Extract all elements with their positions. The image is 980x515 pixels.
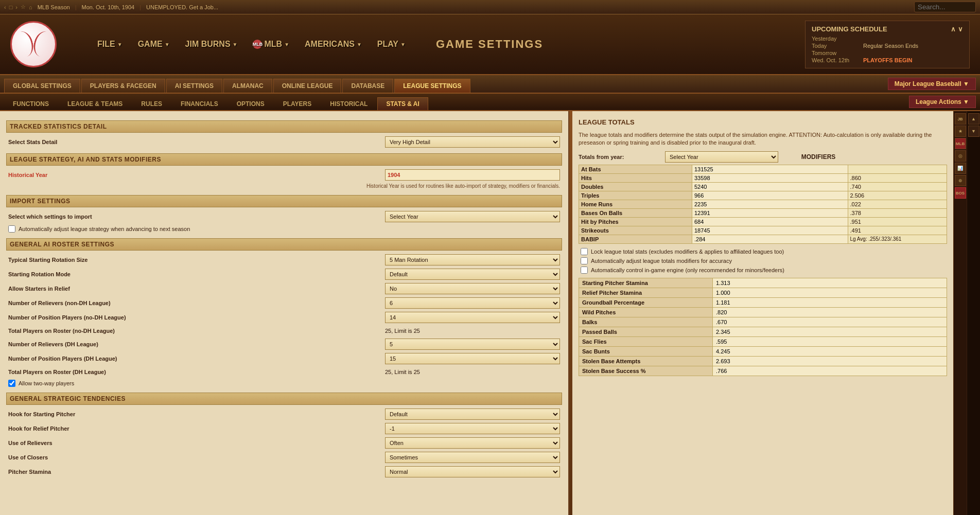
tab-functions[interactable]: FUNCTIONS bbox=[4, 97, 58, 110]
stat-value-at-bats[interactable] bbox=[692, 165, 848, 173]
auto-control-checkbox[interactable] bbox=[581, 267, 588, 274]
stamina-value-wp[interactable] bbox=[713, 307, 947, 317]
total-players-dh-value: 25, Limit is 25 bbox=[385, 369, 560, 375]
major-league-baseball-button[interactable]: Major League Baseball ▼ bbox=[888, 78, 976, 90]
page-title: GAME SETTINGS bbox=[436, 38, 805, 51]
nav-fwd-icon[interactable]: › bbox=[15, 4, 18, 10]
stat-value-hbp[interactable] bbox=[692, 217, 848, 226]
schedule-day-yesterday: Yesterday bbox=[812, 35, 858, 42]
tab-options[interactable]: OPTIONS bbox=[228, 97, 273, 110]
stat-value-bb[interactable] bbox=[692, 208, 848, 217]
sidebar-icon-mlb[interactable]: MLB bbox=[955, 138, 966, 149]
main-content: TRACKED STATISTICS DETAIL Select Stats D… bbox=[0, 111, 980, 515]
total-players-nondh-value: 25, Limit is 25 bbox=[385, 328, 560, 334]
two-way-checkbox[interactable] bbox=[8, 380, 15, 387]
starters-relief-select[interactable]: No Yes bbox=[385, 283, 560, 294]
sidebar-icon-bos[interactable]: BOS bbox=[955, 187, 966, 199]
tab-rules[interactable]: RULES bbox=[132, 97, 171, 110]
tab-global-settings[interactable]: GLOBAL SETTINGS bbox=[4, 79, 80, 93]
league-actions-button[interactable]: League Actions ▼ bbox=[909, 96, 976, 108]
tab-online-league[interactable]: ONLINE LEAGUE bbox=[273, 79, 342, 93]
search-input[interactable] bbox=[914, 2, 976, 12]
stamina-value-gb[interactable] bbox=[713, 297, 947, 307]
rotation-size-select[interactable]: 5 Man Rotation 4 Man Rotation bbox=[385, 254, 560, 265]
right-panel: LEAGUE TOTALS The league totals and modi… bbox=[572, 111, 953, 515]
stamina-value-sb[interactable] bbox=[713, 346, 947, 356]
auto-adjust-totals-checkbox[interactable] bbox=[581, 257, 588, 264]
table-row: Stolen Base Success % bbox=[579, 366, 947, 376]
stat-modifier-bb: .378 bbox=[848, 208, 947, 217]
tab-players-facegen[interactable]: PLAYERS & FACEGEN bbox=[81, 79, 165, 93]
import-settings-select[interactable]: Select Year bbox=[385, 211, 560, 222]
game-menu[interactable]: GAME ▼ bbox=[138, 40, 170, 49]
sidebar-icon-jb[interactable]: JB bbox=[955, 113, 966, 125]
totals-year-select[interactable]: Select Year bbox=[665, 151, 778, 163]
sidebar-icon-circle[interactable]: ◎ bbox=[955, 150, 966, 162]
hook-starting-select[interactable]: Default bbox=[385, 409, 560, 420]
stamina-value-pb[interactable] bbox=[713, 327, 947, 336]
play-menu[interactable]: PLAY ▼ bbox=[377, 40, 406, 49]
use-closers-select[interactable]: Sometimes bbox=[385, 452, 560, 463]
relievers-dh-select[interactable]: 5 bbox=[385, 339, 560, 350]
stats-detail-select[interactable]: Very High Detail High Detail Medium Deta… bbox=[385, 136, 560, 148]
table-row: Passed Balls bbox=[579, 327, 947, 336]
stat-modifier-hits: .860 bbox=[848, 173, 947, 182]
nav-menus: FILE ▼ GAME ▼ JIM BURNS ▼ MLB MLB ▼ AMER… bbox=[67, 40, 436, 49]
nav-back-icon[interactable]: ‹ bbox=[4, 4, 6, 10]
modifiers-header: MODIFIERS bbox=[782, 153, 854, 161]
hook-relief-select[interactable]: -1 bbox=[385, 423, 560, 434]
stamina-value-rp[interactable] bbox=[713, 288, 947, 297]
home-icon[interactable]: ⌂ bbox=[29, 4, 32, 10]
sidebar-icon-star[interactable]: ★ bbox=[955, 126, 966, 137]
stamina-value-sbs[interactable] bbox=[713, 366, 947, 376]
schedule-arrows[interactable]: ∧ ∨ bbox=[951, 25, 963, 33]
stat-value-homeruns[interactable] bbox=[692, 200, 848, 208]
jim-burns-menu[interactable]: JIM BURNS ▼ bbox=[185, 40, 238, 49]
tab-players[interactable]: PLAYERS bbox=[274, 97, 321, 110]
tab-stats-ai[interactable]: STATS & AI bbox=[377, 97, 428, 110]
sidebar-icon-chart[interactable]: 📊 bbox=[955, 163, 966, 174]
section-import-settings: IMPORT SETTINGS bbox=[6, 195, 562, 207]
americans-menu[interactable]: AMERICANS ▼ bbox=[305, 40, 362, 49]
position-players-nondh-select[interactable]: 14 bbox=[385, 312, 560, 323]
position-players-nondh-label: Number of Position Players (no-DH League… bbox=[8, 314, 385, 321]
mlb-menu[interactable]: MLB MLB ▼ bbox=[253, 40, 289, 49]
stat-value-triples[interactable] bbox=[692, 191, 848, 200]
auto-adjust-checkbox[interactable] bbox=[8, 225, 15, 233]
tab-league-teams[interactable]: LEAGUE & TEAMS bbox=[59, 97, 131, 110]
stamina-value-sp[interactable] bbox=[713, 278, 947, 288]
use-relievers-select[interactable]: Often bbox=[385, 437, 560, 449]
totals-year-row: Totals from year: Select Year MODIFIERS bbox=[579, 151, 947, 163]
schedule-day-today: Today bbox=[812, 43, 858, 49]
league-totals-header: LEAGUE TOTALS bbox=[579, 116, 947, 128]
tab-database[interactable]: DATABASE bbox=[342, 79, 393, 93]
tab-league-settings[interactable]: LEAGUE SETTINGS bbox=[394, 79, 470, 93]
stat-modifier-homeruns: .022 bbox=[848, 200, 947, 208]
stat-value-babip[interactable] bbox=[692, 235, 848, 243]
sidebar-icon-plus[interactable]: ⊕ bbox=[955, 175, 966, 186]
rotation-mode-select[interactable]: Default bbox=[385, 269, 560, 280]
pitcher-stamina-select[interactable]: Normal bbox=[385, 466, 560, 477]
tab-ai-settings[interactable]: AI SETTINGS bbox=[166, 79, 222, 93]
position-players-dh-select[interactable]: 15 bbox=[385, 353, 560, 364]
historical-year-input[interactable] bbox=[385, 169, 560, 181]
section-league-strategy: LEAGUE STRATEGY, AI AND STATS MODIFIERS bbox=[6, 153, 562, 166]
file-menu[interactable]: FILE ▼ bbox=[97, 40, 122, 49]
tab-almanac[interactable]: ALMANAC bbox=[223, 79, 272, 93]
stat-value-so[interactable] bbox=[692, 226, 848, 235]
stat-value-hits[interactable] bbox=[692, 173, 848, 182]
star-icon[interactable]: ☆ bbox=[21, 4, 26, 10]
stamina-value-sba[interactable] bbox=[713, 356, 947, 366]
outer-icon-up[interactable]: ▲ bbox=[968, 113, 979, 125]
stamina-value-sf[interactable] bbox=[713, 336, 947, 346]
stats-detail-label: Select Stats Detail bbox=[8, 139, 385, 145]
stat-value-doubles[interactable] bbox=[692, 182, 848, 191]
relievers-nondh-select[interactable]: 6 bbox=[385, 297, 560, 309]
outer-icon-down[interactable]: ▼ bbox=[968, 126, 979, 137]
tab-financials[interactable]: FINANCIALS bbox=[172, 97, 227, 110]
window-icon[interactable]: □ bbox=[9, 4, 13, 10]
stamina-value-balk[interactable] bbox=[713, 317, 947, 327]
tab-historical[interactable]: HISTORICAL bbox=[321, 97, 376, 110]
schedule-event-wed: PLAYOFFS BEGIN bbox=[863, 57, 913, 63]
lock-totals-checkbox[interactable] bbox=[581, 248, 588, 255]
